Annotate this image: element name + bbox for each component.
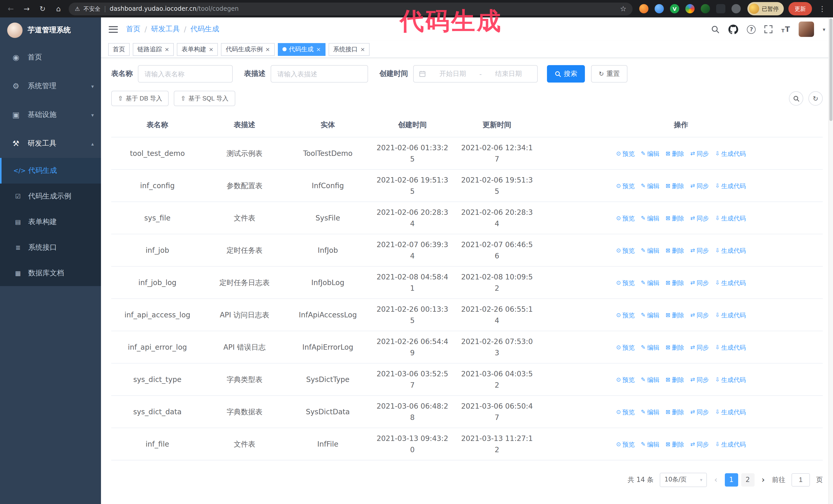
bookmark-star-icon[interactable]: ☆ xyxy=(620,5,626,13)
sidebar-subitem-codegen[interactable]: </>代码生成 xyxy=(0,158,101,184)
sidebar-item-infrastructure[interactable]: ▣基础设施▾ xyxy=(0,100,101,129)
sidebar-subitem-db-doc[interactable]: ▦数据库文档 xyxy=(0,261,101,286)
reset-button[interactable]: ↻ 重置 xyxy=(591,65,627,82)
action-delete[interactable]: ⊠删除 xyxy=(666,148,684,159)
action-sync[interactable]: ⇄同步 xyxy=(690,213,709,224)
close-icon[interactable]: × xyxy=(316,46,320,52)
action-generate[interactable]: ⇩生成代码 xyxy=(715,148,746,159)
action-delete[interactable]: ⊠删除 xyxy=(666,374,684,385)
action-sync[interactable]: ⇄同步 xyxy=(690,180,709,192)
browser-profile-chip[interactable]: 已暂停 xyxy=(747,2,784,16)
page-button[interactable]: 2 xyxy=(741,473,754,486)
prev-page-button[interactable]: ‹ xyxy=(713,475,718,484)
action-sync[interactable]: ⇄同步 xyxy=(690,439,709,450)
action-delete[interactable]: ⊠删除 xyxy=(666,213,684,224)
tab-api[interactable]: 系统接口× xyxy=(329,43,370,56)
extension-icon[interactable] xyxy=(701,4,710,13)
action-generate[interactable]: ⇩生成代码 xyxy=(715,374,746,385)
action-edit[interactable]: ✎编辑 xyxy=(641,342,659,353)
page-button[interactable]: 1 xyxy=(724,473,738,486)
tab-codegen[interactable]: 代码生成× xyxy=(278,43,325,56)
date-range-picker[interactable]: 开始日期 - 结束日期 xyxy=(413,65,538,82)
action-sync[interactable]: ⇄同步 xyxy=(690,406,709,417)
action-preview[interactable]: ⊙预览 xyxy=(616,277,635,288)
table-desc-input[interactable] xyxy=(271,65,368,82)
action-generate[interactable]: ⇩生成代码 xyxy=(715,213,746,224)
action-generate[interactable]: ⇩生成代码 xyxy=(715,180,746,192)
close-icon[interactable]: × xyxy=(360,46,365,52)
action-sync[interactable]: ⇄同步 xyxy=(690,148,709,159)
tab-home[interactable]: 首页 xyxy=(108,43,130,56)
extension-icon[interactable] xyxy=(654,4,664,13)
extension-icon[interactable] xyxy=(716,4,725,13)
action-sync[interactable]: ⇄同步 xyxy=(690,277,709,288)
action-preview[interactable]: ⊙预览 xyxy=(616,342,635,353)
browser-update-button[interactable]: 更新 xyxy=(788,2,812,16)
action-sync[interactable]: ⇄同步 xyxy=(690,374,709,385)
action-edit[interactable]: ✎编辑 xyxy=(641,213,659,224)
action-delete[interactable]: ⊠删除 xyxy=(666,245,684,256)
sidebar-item-home[interactable]: ◉首页 xyxy=(0,43,101,72)
action-preview[interactable]: ⊙预览 xyxy=(616,148,635,159)
action-generate[interactable]: ⇩生成代码 xyxy=(715,309,746,321)
action-delete[interactable]: ⊠删除 xyxy=(666,342,684,353)
extension-icon[interactable] xyxy=(685,4,695,13)
browser-forward-icon[interactable]: → xyxy=(21,3,32,14)
refresh-table-button[interactable]: ↻ xyxy=(808,91,823,105)
action-preview[interactable]: ⊙预览 xyxy=(616,245,635,256)
action-edit[interactable]: ✎编辑 xyxy=(641,309,659,321)
sidebar-subitem-api[interactable]: ≣系统接口 xyxy=(0,235,101,261)
action-delete[interactable]: ⊠删除 xyxy=(666,439,684,450)
action-generate[interactable]: ⇩生成代码 xyxy=(715,439,746,450)
user-avatar[interactable] xyxy=(799,22,814,37)
chevron-down-icon[interactable]: ▾ xyxy=(823,26,825,32)
browser-back-icon[interactable]: ← xyxy=(5,3,17,14)
action-sync[interactable]: ⇄同步 xyxy=(690,245,709,256)
breadcrumb-item[interactable]: 首页 xyxy=(126,25,140,34)
action-edit[interactable]: ✎编辑 xyxy=(641,180,659,192)
breadcrumb-item[interactable]: 研发工具 xyxy=(151,25,180,34)
action-delete[interactable]: ⊠删除 xyxy=(666,180,684,192)
close-icon[interactable]: × xyxy=(165,46,169,52)
font-size-icon[interactable]: TT xyxy=(782,25,790,33)
action-preview[interactable]: ⊙预览 xyxy=(616,439,635,450)
scrollbar-thumb[interactable] xyxy=(829,19,832,121)
search-toggle-button[interactable] xyxy=(789,91,803,105)
browser-reload-icon[interactable]: ↻ xyxy=(37,3,48,14)
breadcrumb-item[interactable]: 代码生成 xyxy=(190,25,219,34)
goto-page-input[interactable] xyxy=(791,473,810,486)
address-bar[interactable]: ⚠ 不安全 | dashboard.yudao.iocoder.cn/tool/… xyxy=(69,2,633,15)
search-icon[interactable] xyxy=(711,25,720,33)
extension-icon[interactable] xyxy=(639,4,648,13)
action-preview[interactable]: ⊙预览 xyxy=(616,406,635,417)
page-size-select[interactable]: 10条/页 ▾ xyxy=(660,473,707,487)
action-preview[interactable]: ⊙预览 xyxy=(616,309,635,321)
browser-menu-icon[interactable]: ⋮ xyxy=(816,3,828,14)
extension-icon[interactable]: V xyxy=(670,4,679,13)
action-preview[interactable]: ⊙预览 xyxy=(616,180,635,192)
action-generate[interactable]: ⇩生成代码 xyxy=(715,245,746,256)
action-edit[interactable]: ✎编辑 xyxy=(641,277,659,288)
import-sql-button[interactable]: ⇧ 基于 SQL 导入 xyxy=(174,91,235,106)
tab-form-builder[interactable]: 表单构建× xyxy=(177,43,218,56)
action-edit[interactable]: ✎编辑 xyxy=(641,374,659,385)
sidebar-subitem-codegen-example[interactable]: ☑代码生成示例 xyxy=(0,184,101,209)
fullscreen-icon[interactable] xyxy=(765,25,773,33)
action-edit[interactable]: ✎编辑 xyxy=(641,439,659,450)
app-logo[interactable]: 芋道管理系统 xyxy=(0,18,101,43)
help-icon[interactable]: ? xyxy=(747,25,756,33)
close-icon[interactable]: × xyxy=(265,46,270,52)
hamburger-icon[interactable] xyxy=(109,26,118,32)
action-delete[interactable]: ⊠删除 xyxy=(666,406,684,417)
tab-tracing[interactable]: 链路追踪× xyxy=(133,43,174,56)
action-delete[interactable]: ⊠删除 xyxy=(666,309,684,321)
sidebar-item-devtools[interactable]: ⚒研发工具▴ xyxy=(0,129,101,158)
action-edit[interactable]: ✎编辑 xyxy=(641,148,659,159)
action-sync[interactable]: ⇄同步 xyxy=(690,309,709,321)
sidebar-subitem-form-builder[interactable]: ▤表单构建 xyxy=(0,209,101,235)
security-label[interactable]: 不安全 xyxy=(84,5,100,13)
action-generate[interactable]: ⇩生成代码 xyxy=(715,342,746,353)
action-edit[interactable]: ✎编辑 xyxy=(641,245,659,256)
action-delete[interactable]: ⊠删除 xyxy=(666,277,684,288)
puzzle-extension-icon[interactable] xyxy=(732,4,741,13)
